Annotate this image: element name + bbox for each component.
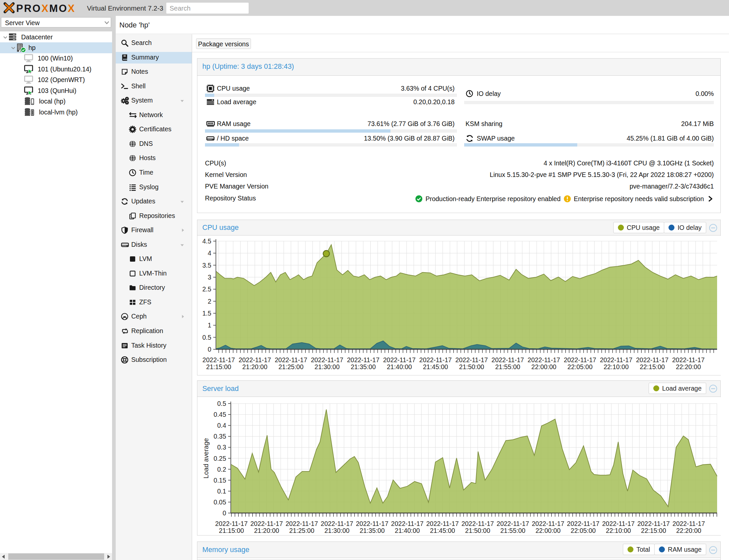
svg-text:21:55:00: 21:55:00 xyxy=(495,363,520,370)
svg-text:21:40:00: 21:40:00 xyxy=(395,527,420,534)
svg-text:4: 4 xyxy=(208,249,211,257)
svg-text:22:10:00: 22:10:00 xyxy=(606,527,631,534)
svg-text:21:35:00: 21:35:00 xyxy=(351,363,376,370)
svg-text:22:10:00: 22:10:00 xyxy=(604,363,629,370)
svg-text:2022-11-17: 2022-11-17 xyxy=(496,520,529,527)
svg-text:2022-11-17: 2022-11-17 xyxy=(239,356,271,364)
svg-text:2022-11-17: 2022-11-17 xyxy=(564,356,596,364)
svg-text:2022-11-17: 2022-11-17 xyxy=(672,356,705,364)
svg-text:21:30:00: 21:30:00 xyxy=(324,527,350,534)
svg-text:Load average: Load average xyxy=(202,438,210,478)
svg-text:2022-11-17: 2022-11-17 xyxy=(492,356,524,364)
svg-text:21:25:00: 21:25:00 xyxy=(279,363,304,370)
svg-text:21:25:00: 21:25:00 xyxy=(289,527,315,534)
svg-text:22:15:00: 22:15:00 xyxy=(640,363,665,370)
svg-text:0.15: 0.15 xyxy=(214,477,226,484)
svg-text:21:30:00: 21:30:00 xyxy=(315,363,340,370)
svg-text:2022-11-17: 2022-11-17 xyxy=(600,356,632,364)
svg-text:2022-11-17: 2022-11-17 xyxy=(275,356,307,364)
svg-text:22:20:00: 22:20:00 xyxy=(676,527,701,534)
svg-text:0: 0 xyxy=(223,509,226,517)
svg-text:1.5: 1.5 xyxy=(202,310,211,317)
svg-text:2022-11-17: 2022-11-17 xyxy=(461,520,494,527)
svg-text:21:20:00: 21:20:00 xyxy=(242,363,268,370)
svg-text:2022-11-17: 2022-11-17 xyxy=(636,356,668,364)
svg-text:0: 0 xyxy=(208,346,211,353)
svg-text:21:45:00: 21:45:00 xyxy=(423,363,448,370)
svg-text:2022-11-17: 2022-11-17 xyxy=(528,356,560,364)
svg-text:1: 1 xyxy=(208,322,211,329)
svg-text:21:50:00: 21:50:00 xyxy=(465,527,490,534)
svg-text:2022-11-17: 2022-11-17 xyxy=(426,520,458,527)
svg-text:4.5: 4.5 xyxy=(202,237,211,245)
svg-text:2022-11-17: 2022-11-17 xyxy=(311,356,343,364)
svg-text:2022-11-17: 2022-11-17 xyxy=(321,520,353,527)
svg-text:2022-11-17: 2022-11-17 xyxy=(602,520,634,527)
svg-text:22:20:00: 22:20:00 xyxy=(676,363,701,370)
svg-text:2022-11-17: 2022-11-17 xyxy=(202,356,235,364)
svg-text:0.4: 0.4 xyxy=(217,422,226,429)
svg-text:0.5: 0.5 xyxy=(217,400,226,407)
svg-text:2022-11-17: 2022-11-17 xyxy=(455,356,488,364)
svg-text:22:15:00: 22:15:00 xyxy=(641,527,666,534)
svg-text:2022-11-17: 2022-11-17 xyxy=(419,356,451,364)
svg-text:0.2: 0.2 xyxy=(217,466,226,473)
svg-text:2022-11-17: 2022-11-17 xyxy=(672,520,705,527)
svg-text:2.5: 2.5 xyxy=(202,285,211,293)
svg-text:2022-11-17: 2022-11-17 xyxy=(347,356,379,364)
svg-text:2022-11-17: 2022-11-17 xyxy=(286,520,318,527)
svg-text:0.1: 0.1 xyxy=(217,488,226,495)
svg-text:21:15:00: 21:15:00 xyxy=(206,363,232,370)
svg-text:2022-11-17: 2022-11-17 xyxy=(356,520,388,527)
svg-text:2022-11-17: 2022-11-17 xyxy=(637,520,670,527)
svg-text:0.45: 0.45 xyxy=(214,411,226,418)
svg-text:21:20:00: 21:20:00 xyxy=(254,527,279,534)
svg-text:21:45:00: 21:45:00 xyxy=(430,527,455,534)
svg-text:22:05:00: 22:05:00 xyxy=(571,527,596,534)
svg-text:2: 2 xyxy=(208,298,211,305)
svg-text:2022-11-17: 2022-11-17 xyxy=(215,520,248,527)
svg-text:0.05: 0.05 xyxy=(214,498,226,506)
svg-text:21:15:00: 21:15:00 xyxy=(219,527,244,534)
svg-text:3.5: 3.5 xyxy=(202,262,211,269)
svg-text:22:05:00: 22:05:00 xyxy=(567,363,592,370)
svg-text:21:50:00: 21:50:00 xyxy=(459,363,484,370)
svg-text:3: 3 xyxy=(208,274,211,281)
svg-text:0.5: 0.5 xyxy=(202,334,211,341)
svg-text:0.35: 0.35 xyxy=(214,433,226,440)
svg-text:2022-11-17: 2022-11-17 xyxy=(391,520,423,527)
svg-text:21:40:00: 21:40:00 xyxy=(387,363,412,370)
svg-text:2022-11-17: 2022-11-17 xyxy=(532,520,564,527)
svg-text:21:35:00: 21:35:00 xyxy=(360,527,385,534)
svg-text:0.3: 0.3 xyxy=(217,444,226,451)
svg-text:0.25: 0.25 xyxy=(214,455,226,462)
svg-text:21:55:00: 21:55:00 xyxy=(500,527,525,534)
svg-text:22:00:00: 22:00:00 xyxy=(536,527,561,534)
svg-text:22:00:00: 22:00:00 xyxy=(531,363,556,370)
svg-text:2022-11-17: 2022-11-17 xyxy=(383,356,415,364)
svg-text:2022-11-17: 2022-11-17 xyxy=(567,520,599,527)
svg-text:2022-11-17: 2022-11-17 xyxy=(250,520,283,527)
